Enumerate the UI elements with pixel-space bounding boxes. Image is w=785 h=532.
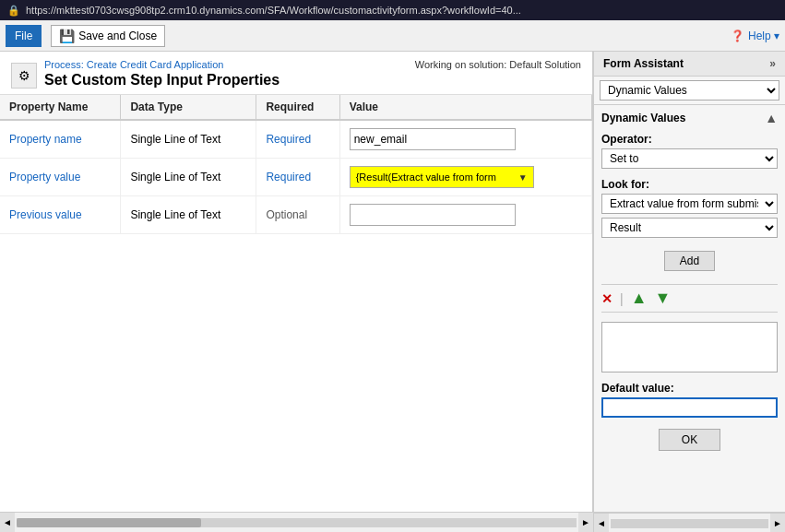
scroll-thumb[interactable] <box>17 518 201 527</box>
right-scroll-left-button[interactable]: ◄ <box>594 514 609 533</box>
action-icons: ✕ | ▲ ▼ <box>601 284 778 313</box>
delete-icon[interactable]: ✕ <box>601 291 613 306</box>
ok-button[interactable]: OK <box>659 429 720 451</box>
url-bar[interactable]: https://mkttest0703cwsg908tp2.crm10.dyna… <box>26 5 521 16</box>
form-assistant-header: Form Assistant » <box>594 52 785 77</box>
form-assistant-chevron[interactable]: » <box>769 57 776 70</box>
separator: | <box>620 291 624 306</box>
lock-icon: 🔒 <box>7 5 20 17</box>
table-row: Previous value Single Line of Text Optio… <box>0 196 592 234</box>
step-icon: ⚙ <box>11 63 37 89</box>
operator-label: Operator: <box>601 133 778 146</box>
result-select[interactable]: Result <box>601 218 778 238</box>
property-name-link-2[interactable]: Previous value <box>9 208 82 221</box>
default-value-section: Default value: <box>601 382 778 418</box>
lookfor-label: Look for: <box>601 178 778 191</box>
move-down-icon[interactable]: ▼ <box>654 289 671 308</box>
col-data-type: Data Type <box>121 95 256 120</box>
operator-section: Operator: Set to <box>601 133 778 169</box>
right-panel: Form Assistant » Dynamic Values Dynamic … <box>593 52 785 512</box>
property-name-link-0[interactable]: Property name <box>9 133 82 146</box>
left-scrollbar: ◄ ► <box>0 513 593 532</box>
help-button[interactable]: ❓ Help ▾ <box>731 30 779 42</box>
property-name-link-1[interactable]: Property value <box>9 171 80 183</box>
dynamic-value-field[interactable]: {Result(Extract value from form ▼ <box>350 166 534 188</box>
page-header-text: Process: Create Credit Card Application … <box>44 59 280 89</box>
dynamic-value-arrow: ▼ <box>518 172 528 183</box>
title-bar: 🔒 https://mkttest0703cwsg908tp2.crm10.dy… <box>0 0 785 20</box>
save-icon: 💾 <box>59 29 75 43</box>
operator-select[interactable]: Set to <box>601 148 778 169</box>
main-content: ⚙ Process: Create Credit Card Applicatio… <box>0 52 785 512</box>
working-on-solution: Working on solution: Default Solution <box>415 59 581 70</box>
bottom-scrollbar-row: ◄ ► ◄ ► <box>0 512 785 532</box>
col-required: Required <box>256 95 339 120</box>
page-title: Set Custom Step Input Properties <box>44 72 280 89</box>
save-and-close-button[interactable]: 💾 Save and Close <box>51 25 165 47</box>
table-row: Property value Single Line of Text Requi… <box>0 159 592 196</box>
add-button[interactable]: Add <box>664 251 715 271</box>
right-scrollbar: ◄ ► <box>593 513 785 532</box>
page-header-left: ⚙ Process: Create Credit Card Applicatio… <box>11 59 280 89</box>
dynamic-values-select[interactable]: Dynamic Values <box>600 80 779 100</box>
dynamic-values-dropdown-row: Dynamic Values <box>594 77 785 105</box>
properties-table: Property Name Data Type Required Value P… <box>0 95 592 512</box>
dynamic-values-section: Dynamic Values ▲ Operator: Set to Look f… <box>594 105 785 512</box>
data-type-0: Single Line of Text <box>121 120 256 159</box>
dv-collapse-button[interactable]: ▲ <box>765 111 778 125</box>
data-type-1: Single Line of Text <box>121 159 256 196</box>
save-button-label: Save and Close <box>78 30 157 42</box>
col-value: Value <box>339 95 591 120</box>
dynamic-value-text: {Result(Extract value from form <box>356 171 517 183</box>
dv-section-header: Dynamic Values ▲ <box>601 111 778 125</box>
dv-section-title: Dynamic Values <box>601 112 685 124</box>
right-scroll-track[interactable] <box>611 519 768 528</box>
required-1: Required <box>266 171 311 183</box>
right-scroll-right-button[interactable]: ► <box>770 514 785 533</box>
scroll-left-button[interactable]: ◄ <box>0 513 15 533</box>
table-header-row: Property Name Data Type Required Value <box>0 95 592 120</box>
help-label[interactable]: Help ▾ <box>748 30 779 42</box>
scroll-right-button[interactable]: ► <box>578 513 593 533</box>
scroll-track[interactable] <box>17 518 577 527</box>
optional-2: Optional <box>266 208 307 221</box>
toolbar: File 💾 Save and Close ❓ Help ▾ <box>0 20 785 52</box>
lookfor-section: Look for: Extract value from form submis… <box>601 178 778 238</box>
help-icon: ❓ <box>731 30 744 42</box>
process-link[interactable]: Process: Create Credit Card Application <box>44 59 280 70</box>
lookfor-select[interactable]: Extract value from form submission <box>601 194 778 214</box>
page-header: ⚙ Process: Create Credit Card Applicatio… <box>0 52 592 95</box>
default-value-label: Default value: <box>601 382 778 395</box>
move-up-icon[interactable]: ▲ <box>631 289 648 308</box>
table-row: Property name Single Line of Text Requir… <box>0 120 592 159</box>
values-textarea[interactable] <box>601 322 778 372</box>
left-panel: ⚙ Process: Create Credit Card Applicatio… <box>0 52 593 512</box>
default-value-input[interactable] <box>601 397 778 418</box>
value-input-0[interactable] <box>350 128 516 150</box>
col-property-name: Property Name <box>0 95 121 120</box>
form-assistant-title: Form Assistant <box>603 57 684 70</box>
value-empty-2[interactable] <box>350 204 516 226</box>
data-type-2: Single Line of Text <box>121 196 256 234</box>
file-button[interactable]: File <box>6 25 42 47</box>
required-0: Required <box>266 133 311 146</box>
